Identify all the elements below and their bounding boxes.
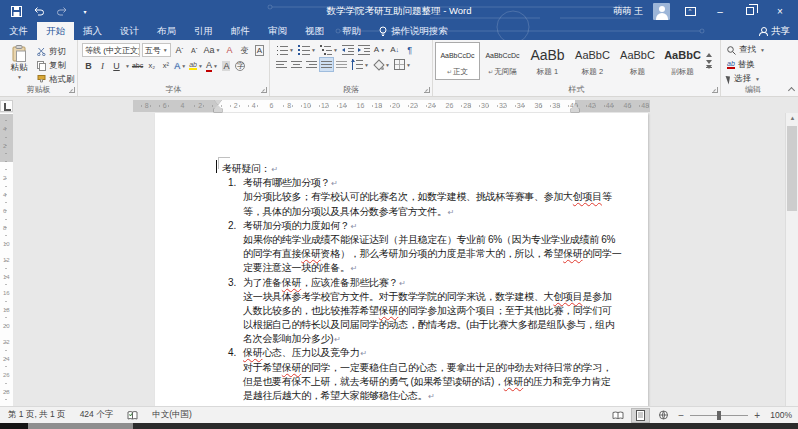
tab-help[interactable]: 帮助 xyxy=(333,22,370,40)
close-icon[interactable]: × xyxy=(770,2,790,20)
copy-button[interactable]: 复制 xyxy=(37,59,75,72)
tab-review[interactable]: 审阅 xyxy=(259,22,296,40)
font-color-button[interactable]: A▼ xyxy=(205,59,219,72)
scroll-up-icon[interactable]: ▲ xyxy=(786,115,798,121)
web-layout-button[interactable] xyxy=(655,409,672,422)
align-center-button[interactable] xyxy=(290,58,303,71)
tab-selector[interactable] xyxy=(0,100,13,112)
restore-icon[interactable] xyxy=(740,2,760,20)
subscript-button[interactable]: x₂ xyxy=(145,59,158,72)
replace-button[interactable]: ab 替换 xyxy=(727,59,783,71)
align-left-button[interactable] xyxy=(275,58,288,71)
save-icon[interactable] xyxy=(9,4,23,18)
redo-icon[interactable] xyxy=(55,4,69,18)
show-hide-marks-button[interactable]: ¶ xyxy=(403,43,416,56)
print-layout-button[interactable] xyxy=(632,409,649,422)
cut-button[interactable]: 剪切 xyxy=(37,45,75,58)
font-name-combo[interactable]: 等线 (中文正文)▼ xyxy=(82,43,140,57)
line-spacing-button[interactable]: ▼ xyxy=(350,58,370,71)
doc-line[interactable]: 以根据自己的特长以及同届同学的动态，酌情考虑。(由于比赛大多都是组队参与，组内 xyxy=(222,318,594,332)
doc-line[interactable]: 等，具体的加分项以及具体分数参考官方文件。↵ xyxy=(222,205,594,219)
superscript-button[interactable]: x² xyxy=(159,59,172,72)
shrink-font-button[interactable]: Aˇ xyxy=(188,44,201,57)
share-button[interactable]: 共享 xyxy=(759,22,790,40)
styles-dialog-launcher[interactable] xyxy=(712,87,718,93)
asian-layout-button[interactable]: A▼ xyxy=(373,43,386,56)
find-button[interactable]: 查找▼ xyxy=(727,44,783,56)
doc-line[interactable]: 3.为了准备保研，应该准备那些比赛？↵ xyxy=(222,276,594,290)
tab-home[interactable]: 开始 xyxy=(37,22,74,40)
proofing-icon[interactable] xyxy=(127,410,138,421)
zoom-in-button[interactable]: + xyxy=(754,410,760,421)
scrollbar-thumb[interactable] xyxy=(787,126,797,211)
style-heading-2[interactable]: AaBbC 标题 2 xyxy=(571,43,614,79)
styles-scroll-up-icon[interactable] xyxy=(706,53,712,57)
doc-line[interactable]: 的同学有直接保研资格），那么考研加分项的力度是非常大的，所以，希望保研的同学一 xyxy=(222,247,594,261)
tab-file[interactable]: 文件 xyxy=(0,22,37,40)
doc-line[interactable]: 这一块具体参考学校官方文件。对于数学学院的同学来说，数学建模、大创项目是参加 xyxy=(222,290,594,304)
clear-formatting-button[interactable]: A xyxy=(223,44,236,57)
style-subtitle[interactable]: AaBbC 副标题 xyxy=(661,43,704,79)
ribbon-display-options-icon[interactable]: ^ xyxy=(680,2,700,20)
tab-design[interactable]: 设计 xyxy=(111,22,148,40)
zoom-slider[interactable] xyxy=(690,415,748,416)
vertical-ruler[interactable]: 42246810121416182022242628 xyxy=(0,113,13,406)
font-dialog-launcher[interactable] xyxy=(261,87,267,93)
character-border-button[interactable]: A xyxy=(253,44,266,57)
language-indicator[interactable]: 中文(中国) xyxy=(152,409,192,421)
enclose-characters-button[interactable]: 字 xyxy=(234,59,247,72)
highlight-color-button[interactable]: ab▼ xyxy=(188,59,204,72)
italic-button[interactable]: I xyxy=(96,59,109,72)
page-indicator[interactable]: 第 1 页, 共 1 页 xyxy=(8,409,66,421)
collapse-ribbon-icon[interactable] xyxy=(788,86,794,92)
character-shading-button[interactable]: A xyxy=(220,59,233,72)
zoom-out-button[interactable]: − xyxy=(678,410,684,421)
tab-insert[interactable]: 插入 xyxy=(74,22,111,40)
doc-line[interactable]: 如果你的纯学业成绩不能保证达到（并且稳定在）专业前 6%（因为专业学业成绩前 6… xyxy=(222,233,594,247)
doc-text[interactable]: 考研疑问：↵1.考研有哪些加分项？↵加分项比较多；有学校认可的比赛名次，如数学建… xyxy=(222,162,594,406)
doc-line[interactable]: 但是也要有保不上研，就去考研的勇气 (如果希望读研的话)，保研的压力和竞争力肯定 xyxy=(222,375,594,389)
doc-line[interactable]: 2.考研加分项的力度如何？↵ xyxy=(222,219,594,233)
zoom-level[interactable]: 100% xyxy=(766,410,792,420)
justify-button[interactable] xyxy=(320,58,333,71)
tab-layout[interactable]: 布局 xyxy=(148,22,185,40)
bold-button[interactable]: B xyxy=(82,59,95,72)
paragraph-dialog-launcher[interactable] xyxy=(424,87,430,93)
numbering-button[interactable]: ▼ xyxy=(297,43,317,56)
minimize-icon[interactable]: – xyxy=(710,2,730,20)
style-title[interactable]: AaBbC 标题 xyxy=(616,43,659,79)
text-effects-button[interactable]: A▼ xyxy=(173,59,187,72)
horizontal-ruler[interactable]: 8642246810121416182022242628303234363840… xyxy=(133,100,650,112)
user-name[interactable]: 萌萌 王 xyxy=(613,5,643,18)
word-count[interactable]: 424 个字 xyxy=(80,409,114,421)
align-right-button[interactable] xyxy=(305,58,318,71)
customize-qat-icon[interactable]: ▾ xyxy=(78,4,92,18)
tab-view[interactable]: 视图 xyxy=(296,22,333,40)
borders-button[interactable]: ▼ xyxy=(393,58,412,71)
tell-me-search[interactable]: 操作说明搜索 xyxy=(370,22,457,40)
doc-line[interactable]: 定要注意这一块的准备。↵ xyxy=(222,261,594,275)
style-normal[interactable]: AaBbCcDc ↵正文 xyxy=(436,43,479,79)
hanging-indent-marker[interactable] xyxy=(214,109,222,112)
doc-line[interactable]: 1.考研有哪些加分项？↵ xyxy=(222,176,594,190)
tab-references[interactable]: 引用 xyxy=(185,22,222,40)
distribute-button[interactable] xyxy=(335,58,348,71)
shading-button[interactable]: ▼ xyxy=(372,58,391,71)
read-mode-button[interactable] xyxy=(609,409,626,422)
tab-mailings[interactable]: 邮件 xyxy=(222,22,259,40)
underline-dropdown-arrow[interactable]: ▼ xyxy=(125,63,130,69)
doc-line[interactable]: 人数比较多的，也比较推荐希望保研的同学参加这两个项目；至于其他比赛，同学们可 xyxy=(222,304,594,318)
font-size-combo[interactable]: 五号▼ xyxy=(142,43,171,57)
styles-scroll-down-icon[interactable] xyxy=(706,60,712,64)
style-heading-1[interactable]: AaBb 标题 1 xyxy=(526,43,569,79)
doc-line[interactable]: 是越往后越大的，希望大家能够稳住心态。↵ xyxy=(222,389,594,403)
multilevel-list-button[interactable]: ▼ xyxy=(319,43,339,56)
underline-button[interactable]: U xyxy=(110,59,123,72)
doc-line[interactable]: 名次会影响加分多少)↵ xyxy=(222,332,594,346)
bullets-button[interactable]: ▼ xyxy=(275,43,295,56)
doc-line[interactable]: 考研疑问：↵ xyxy=(222,162,594,176)
strikethrough-button[interactable]: abc xyxy=(131,59,144,72)
page[interactable]: 考研疑问：↵1.考研有哪些加分项？↵加分项比较多；有学校认可的比赛名次，如数学建… xyxy=(155,113,648,406)
sort-button[interactable]: A↓ xyxy=(388,43,401,56)
decrease-indent-button[interactable] xyxy=(341,43,355,56)
